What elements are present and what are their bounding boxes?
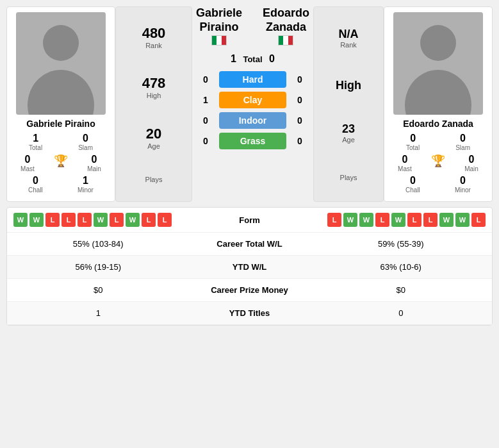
right-plays-label: Plays [340, 174, 357, 181]
indoor-left-score: 0 [196, 115, 215, 126]
form-badge-right: W [359, 213, 373, 227]
clay-button[interactable]: Clay [219, 92, 286, 108]
center-section: GabrielePiraino EdoardoZanada 1 Total 0 … [192, 6, 313, 202]
form-badge-right: W [391, 213, 405, 227]
left-player-avatar [16, 12, 106, 115]
left-chall-value: 0 [33, 175, 38, 187]
stats-center-label: YTD W/L [179, 262, 320, 272]
left-player-stats: 1 Total 0 Slam 0 Mast 🏆 [11, 133, 111, 196]
left-total-stat: 1 Total [29, 133, 42, 151]
left-plays-label: Plays [145, 176, 163, 183]
left-main-stat: 0 Main [87, 154, 101, 172]
left-slam-label: Slam [78, 144, 93, 151]
left-chall-label: Chall [28, 187, 43, 194]
right-total-stat: 0 Total [406, 133, 420, 151]
right-player-name: Edoardo Zanada [403, 119, 473, 129]
left-slam-stat: 0 Slam [78, 133, 93, 151]
hard-button[interactable]: Hard [219, 71, 286, 88]
form-badge-left: W [29, 213, 44, 227]
right-minor-value: 0 [460, 175, 466, 187]
bottom-section: WWLLLWLWLL Form LWWLWLLWWL 55% (103-84) … [6, 207, 493, 326]
left-trophy-icon: 🏆 [54, 154, 68, 172]
left-age-value: 20 [146, 126, 161, 142]
surface-row-indoor: 0 Indoor 0 [196, 112, 309, 129]
form-right-badges: LWWLWLLWWL [307, 213, 486, 227]
left-minor-label: Minor [78, 187, 94, 194]
form-badge-right: W [343, 213, 357, 227]
right-slam-label: Slam [455, 144, 470, 151]
stats-right-val: $0 [320, 285, 482, 295]
indoor-button[interactable]: Indoor [219, 112, 286, 129]
stats-left-val: 56% (19-15) [17, 262, 179, 272]
left-chall-stat: 0 Chall [28, 175, 43, 194]
form-badge-right: L [327, 213, 341, 227]
total-label: Total [243, 54, 262, 64]
total-left-score: 1 [224, 53, 243, 65]
right-stats-row-3: 0 Chall 0 Minor [388, 175, 488, 194]
form-badge-left: W [13, 213, 28, 227]
left-age-stat: 20 Age [146, 126, 161, 150]
left-player-card: Gabriele Piraino 1 Total 0 Slam 0 Mast [6, 6, 115, 202]
stats-left-val: 55% (103-84) [17, 239, 179, 249]
surface-row-clay: 1 Clay 0 [196, 92, 309, 108]
form-badge-left: L [78, 213, 92, 227]
right-main-label: Main [464, 165, 479, 172]
right-player-card: Edoardo Zanada 0 Total 0 Slam 0 Mast [384, 6, 493, 202]
total-row: 1 Total 0 [224, 53, 281, 65]
right-rank-label: Rank [340, 41, 357, 49]
stats-left-val: 1 [17, 308, 179, 318]
left-total-value: 1 [33, 133, 38, 144]
right-chall-value: 0 [410, 175, 416, 187]
left-stats-row-2: 0 Mast 🏆 0 Main [11, 154, 111, 172]
left-stats-row-3: 0 Chall 1 Minor [11, 175, 111, 194]
form-left-badges: WWLLLWLWLL [13, 213, 192, 227]
left-mast-value: 0 [24, 154, 30, 165]
form-badge-right: L [407, 213, 421, 227]
stats-right-val: 0 [320, 308, 482, 318]
right-stats-row-2: 0 Mast 🏆 0 Main [388, 154, 488, 172]
right-slam-stat: 0 Slam [455, 133, 470, 151]
form-badge-right: W [455, 213, 470, 227]
right-trophy-icon: 🏆 [431, 154, 445, 172]
form-badge-right: L [375, 213, 389, 227]
stats-table-row: $0 Career Prize Money $0 [7, 279, 492, 302]
right-minor-label: Minor [455, 187, 471, 194]
surface-row-hard: 0 Hard 0 [196, 71, 309, 88]
right-age-stat: 23 Age [342, 122, 355, 144]
left-plays-stat: Plays [145, 176, 163, 183]
stats-table-row: 55% (103-84) Career Total W/L 59% (55-39… [7, 233, 492, 256]
right-chall-stat: 0 Chall [405, 175, 420, 194]
stats-table-row: 56% (19-15) YTD W/L 63% (10-6) [7, 256, 492, 279]
surface-row-grass: 0 Grass 0 [196, 133, 309, 149]
right-age-label: Age [342, 136, 355, 144]
left-rank-value: 480 [142, 25, 166, 42]
right-flag [278, 35, 293, 46]
form-badge-left: L [110, 213, 124, 227]
right-mast-value: 0 [402, 154, 407, 165]
hard-left-score: 0 [196, 74, 215, 85]
form-badge-left: L [61, 213, 76, 227]
left-slam-value: 0 [83, 133, 88, 144]
left-age-label: Age [147, 142, 160, 150]
left-rank-stat: 480 Rank [142, 25, 166, 49]
players-section: Gabriele Piraino 1 Total 0 Slam 0 Mast [6, 6, 493, 202]
left-name-header: GabrielePiraino [196, 6, 242, 47]
right-slam-value: 0 [460, 133, 466, 144]
grass-button[interactable]: Grass [219, 133, 286, 149]
left-main-label: Main [87, 165, 101, 172]
svg-point-4 [420, 25, 456, 61]
stats-table-row: 1 YTD Titles 0 [7, 302, 492, 325]
form-row: WWLLLWLWLL Form LWWLWLLWWL [7, 208, 492, 233]
svg-point-1 [43, 25, 79, 61]
stats-center-label: YTD Titles [179, 308, 320, 318]
surface-rows: 0 Hard 0 1 Clay 0 0 Indoor 0 0 Grass [196, 71, 309, 153]
clay-right-score: 0 [290, 95, 309, 105]
left-mast-label: Mast [20, 165, 35, 172]
right-chall-label: Chall [405, 187, 420, 194]
left-main-value: 0 [92, 154, 97, 165]
stats-center-label: Career Prize Money [179, 285, 320, 295]
clay-left-score: 1 [196, 95, 215, 105]
main-container: Gabriele Piraino 1 Total 0 Slam 0 Mast [0, 0, 499, 332]
stats-table: 55% (103-84) Career Total W/L 59% (55-39… [7, 233, 492, 325]
grass-left-score: 0 [196, 136, 215, 146]
